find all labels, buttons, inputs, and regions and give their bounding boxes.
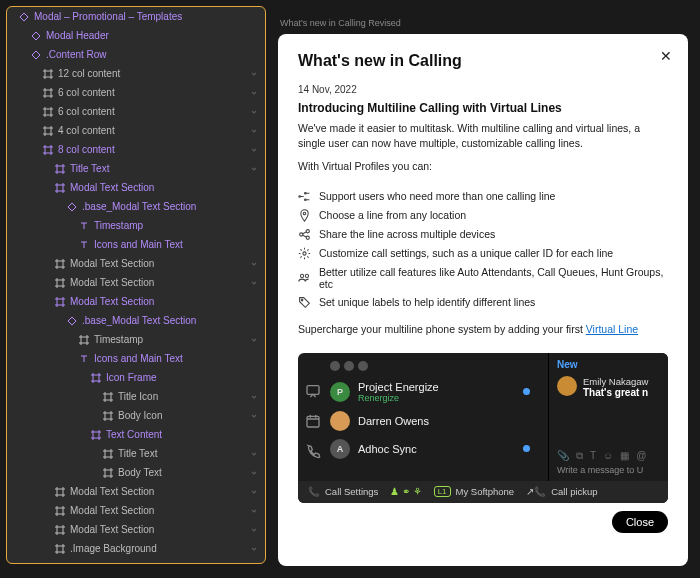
gif-icon[interactable]: ▦ xyxy=(620,450,629,462)
calendar-icon xyxy=(305,413,321,429)
attach-icon[interactable]: 📎 xyxy=(557,450,569,462)
layer-row[interactable]: Modal Text Section xyxy=(7,273,265,292)
frame-icon xyxy=(55,487,65,497)
svg-point-13 xyxy=(306,236,309,239)
promo-modal: ✕ What's new in Calling 14 Nov, 2022 Int… xyxy=(278,34,688,566)
layer-row[interactable]: 8 col content xyxy=(7,140,265,159)
chevron-down-icon[interactable] xyxy=(249,335,259,345)
screenshot-icon[interactable]: ⧉ xyxy=(576,450,583,462)
mention-icon[interactable]: @ xyxy=(636,450,646,462)
feature-text: Share the line across multiple devices xyxy=(319,228,495,240)
pin-icon xyxy=(298,209,311,222)
layer-label: Title Icon xyxy=(118,391,249,402)
layer-row[interactable]: 6 col content xyxy=(7,102,265,121)
chevron-down-icon[interactable] xyxy=(249,278,259,288)
layer-row[interactable]: Body Text xyxy=(7,463,265,482)
svg-point-11 xyxy=(300,233,303,236)
layer-label: .base_Modal Text Section xyxy=(82,201,259,212)
layer-row[interactable]: 6 col content xyxy=(7,83,265,102)
layer-row[interactable]: 4 col content xyxy=(7,558,265,564)
layer-row[interactable]: Icon Frame xyxy=(7,368,265,387)
layer-row[interactable]: Modal Text Section xyxy=(7,520,265,539)
layer-row[interactable]: Modal Text Section xyxy=(7,292,265,311)
compose-area[interactable]: 📎 ⧉ T ☺ ▦ @ Write a message to U xyxy=(557,450,662,475)
layer-label: .Content Row xyxy=(46,49,259,60)
chevron-down-icon[interactable] xyxy=(249,107,259,117)
preview-list-item[interactable]: PProject EnergizeRenergize xyxy=(328,377,548,407)
chevron-down-icon[interactable] xyxy=(249,392,259,402)
layer-label: Modal Text Section xyxy=(70,182,259,193)
layer-row[interactable]: Timestamp xyxy=(7,216,265,235)
chevron-down-icon[interactable] xyxy=(249,126,259,136)
svg-marker-4 xyxy=(68,317,76,325)
chevron-down-icon[interactable] xyxy=(249,525,259,535)
preview-list-item[interactable]: Darren Owens xyxy=(328,407,548,435)
layer-row[interactable]: Modal – Promotional – Templates xyxy=(7,7,265,26)
format-icon[interactable]: T xyxy=(590,450,596,462)
layer-row[interactable]: .Content Row xyxy=(7,45,265,64)
chevron-down-icon[interactable] xyxy=(249,164,259,174)
component-icon xyxy=(19,12,29,22)
chevron-down-icon[interactable] xyxy=(249,544,259,554)
modal-lead: With Virtual Profiles you can: xyxy=(298,159,668,174)
close-icon[interactable]: ✕ xyxy=(660,48,672,64)
layer-row[interactable]: Text Content xyxy=(7,425,265,444)
group-icon xyxy=(298,271,311,284)
layer-row[interactable]: Modal Text Section xyxy=(7,254,265,273)
close-button[interactable]: Close xyxy=(612,511,668,533)
layer-label: Modal – Promotional – Templates xyxy=(34,11,259,22)
layer-row[interactable]: .base_Modal Text Section xyxy=(7,311,265,330)
frame-icon xyxy=(55,259,65,269)
call-pickup-button[interactable]: ↗📞 Call pickup xyxy=(526,486,597,497)
virtual-line-link[interactable]: Virtual Line xyxy=(586,323,638,335)
svg-marker-2 xyxy=(32,51,40,59)
layer-row[interactable]: Icons and Main Text xyxy=(7,235,265,254)
softphone-button[interactable]: L1 My Softphone xyxy=(434,486,515,497)
layer-label: Body Icon xyxy=(118,410,249,421)
call-settings-button[interactable]: 📞 Call Settings xyxy=(308,486,378,497)
chevron-down-icon[interactable] xyxy=(249,411,259,421)
frame-icon xyxy=(55,544,65,554)
layer-label: Body Text xyxy=(118,467,249,478)
layer-row[interactable]: Modal Text Section xyxy=(7,482,265,501)
layer-row[interactable]: .base_Modal Text Section xyxy=(7,197,265,216)
component-icon xyxy=(31,31,41,41)
preview-list-item[interactable]: AAdhoc Sync xyxy=(328,435,548,463)
chevron-down-icon[interactable] xyxy=(249,449,259,459)
svg-rect-19 xyxy=(307,416,319,427)
layer-row[interactable]: 12 col content xyxy=(7,64,265,83)
frame-icon xyxy=(103,392,113,402)
layer-row[interactable]: Modal Header xyxy=(7,26,265,45)
layer-row[interactable]: Timestamp xyxy=(7,330,265,349)
layer-row[interactable]: Modal Text Section xyxy=(7,178,265,197)
chevron-down-icon[interactable] xyxy=(249,563,259,565)
chat-icon xyxy=(305,383,321,399)
layer-row[interactable]: Title Icon xyxy=(7,387,265,406)
chevron-down-icon[interactable] xyxy=(249,69,259,79)
svg-point-17 xyxy=(301,299,303,301)
layer-row[interactable]: Modal Text Section xyxy=(7,501,265,520)
layer-row[interactable]: Title Text xyxy=(7,444,265,463)
emoji-icon[interactable]: ☺ xyxy=(603,450,613,462)
chevron-down-icon[interactable] xyxy=(249,506,259,516)
layer-row[interactable]: 4 col content xyxy=(7,121,265,140)
chevron-down-icon[interactable] xyxy=(249,468,259,478)
layer-row[interactable]: .Image Background xyxy=(7,539,265,558)
chevron-down-icon[interactable] xyxy=(249,145,259,155)
svg-point-15 xyxy=(300,274,303,277)
queue-icons[interactable]: ♟ ⚭ ⚘ xyxy=(390,486,421,497)
layer-row[interactable]: Body Icon xyxy=(7,406,265,425)
text-icon xyxy=(79,354,89,364)
frame-icon xyxy=(43,69,53,79)
chevron-down-icon[interactable] xyxy=(249,88,259,98)
chevron-down-icon[interactable] xyxy=(249,259,259,269)
modal-subtitle: Introducing Multiline Calling with Virtu… xyxy=(298,101,668,115)
chevron-down-icon[interactable] xyxy=(249,487,259,497)
text-icon xyxy=(79,240,89,250)
svg-rect-18 xyxy=(307,386,319,395)
frame-icon xyxy=(43,563,53,565)
layer-row[interactable]: Title Text xyxy=(7,159,265,178)
layer-row[interactable]: Icons and Main Text xyxy=(7,349,265,368)
share-icon xyxy=(298,228,311,241)
layers-panel[interactable]: Modal – Promotional – TemplatesModal Hea… xyxy=(6,6,266,564)
